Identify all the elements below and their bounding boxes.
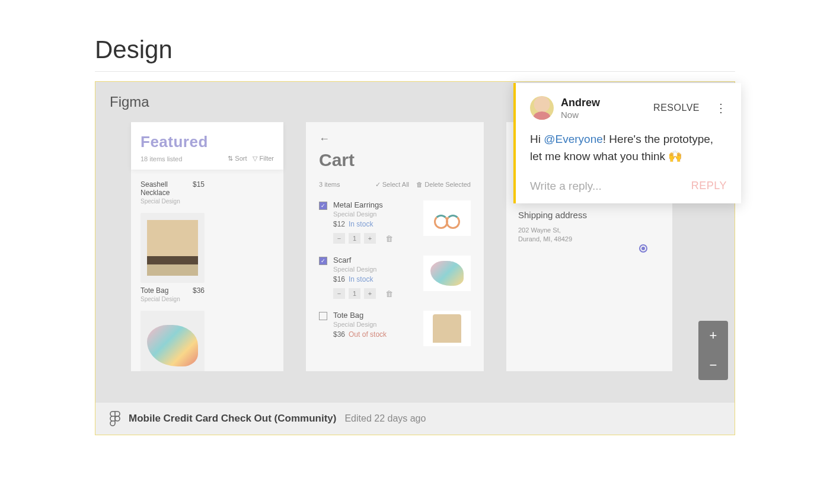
reply-input[interactable]: Write a reply... [530, 180, 602, 193]
qty-minus[interactable]: − [333, 233, 345, 244]
product-card[interactable]: Tote Bag$36 Special Design [141, 213, 205, 302]
delete-selected-button[interactable]: 🗑 Delete Selected [416, 181, 471, 188]
qty-value: 1 [349, 233, 360, 244]
comment-time: Now [561, 110, 646, 120]
product-card[interactable]: Scarf$16 Special Design [141, 311, 205, 371]
select-all-button[interactable]: ✓ Select All [375, 181, 409, 188]
featured-title: Featured [141, 133, 274, 151]
trash-icon[interactable]: 🗑 [385, 234, 393, 243]
mention[interactable]: @Everyone [544, 133, 603, 145]
cart-frame: ← Cart 3 items ✓ Select All 🗑 Delete Sel… [306, 122, 484, 371]
address-line: 202 Wayne St, [518, 226, 660, 235]
figma-footer: Mobile Credit Card Check Out (Community)… [95, 402, 735, 435]
qty-plus[interactable]: + [364, 233, 376, 244]
checkbox-icon[interactable]: ✓ [319, 202, 327, 210]
trash-icon[interactable]: 🗑 [385, 289, 393, 298]
reply-button[interactable]: REPLY [691, 180, 727, 192]
resolve-button[interactable]: RESOLVE [653, 103, 700, 113]
checkbox-icon[interactable]: ✓ [319, 257, 327, 265]
cart-item: ✓ Scarf Special Design $16In stock − 1 +… [319, 256, 471, 299]
svg-point-0 [115, 416, 120, 421]
address-line: Durand, MI, 48429 [518, 235, 660, 244]
radio-selected-icon[interactable] [639, 244, 647, 253]
zoom-in-button[interactable]: + [698, 321, 728, 350]
product-card[interactable]: Seashell Necklace$15 Special Design [141, 177, 205, 205]
more-icon[interactable]: ⋮ [715, 102, 727, 114]
avatar[interactable] [530, 96, 554, 120]
cart-item: Tote Bag Special Design $36Out of stock [319, 311, 471, 346]
cart-title: Cart [319, 150, 471, 170]
zoom-control: + − [698, 321, 728, 380]
qty-value: 1 [349, 288, 360, 299]
cart-item: ✓ Metal Earrings Special Design $12In st… [319, 200, 471, 244]
comment-body: Hi @Everyone! Here's the prototype, let … [530, 130, 727, 165]
cart-count: 3 items [319, 181, 340, 189]
file-name[interactable]: Mobile Credit Card Check Out (Community) [129, 413, 336, 425]
sort-button[interactable]: ⇅ Sort [228, 155, 247, 162]
comment-author: Andrew [561, 97, 646, 109]
qty-plus[interactable]: + [364, 288, 376, 299]
zoom-out-button[interactable]: − [698, 350, 728, 380]
checkbox-icon[interactable] [319, 312, 327, 320]
featured-frame: Featured 18 items listed ⇅ Sort ▽ Filter… [131, 122, 283, 371]
shipping-title: Shipping address [518, 210, 660, 220]
page-title: Design [95, 36, 735, 64]
divider [95, 71, 735, 72]
figma-logo-icon [110, 411, 120, 426]
back-arrow-icon[interactable]: ← [319, 133, 471, 145]
items-listed: 18 items listed [141, 155, 182, 162]
qty-minus[interactable]: − [333, 288, 345, 299]
comment-card: Andrew Now RESOLVE ⋮ Hi @Everyone! Here'… [513, 83, 741, 203]
filter-button[interactable]: ▽ Filter [253, 155, 274, 162]
file-edited: Edited 22 days ago [344, 413, 426, 424]
